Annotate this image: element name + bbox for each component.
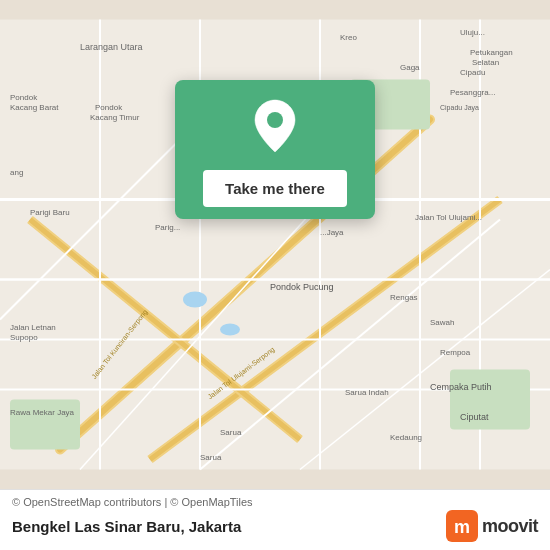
svg-text:Pondok: Pondok xyxy=(10,93,38,102)
svg-text:Kacang Timur: Kacang Timur xyxy=(90,113,140,122)
svg-text:Jalan Tol Ulujami...: Jalan Tol Ulujami... xyxy=(415,213,482,222)
svg-text:Sarua Indah: Sarua Indah xyxy=(345,388,389,397)
svg-text:Supopo: Supopo xyxy=(10,333,38,342)
svg-text:Parigi Baru: Parigi Baru xyxy=(30,208,70,217)
svg-text:Kreo: Kreo xyxy=(340,33,357,42)
svg-text:ang: ang xyxy=(10,168,23,177)
svg-point-58 xyxy=(267,112,283,128)
moovit-icon: m xyxy=(446,510,478,542)
app-container: Larangan Utara Kreo Uluju... Gaga Cipadu… xyxy=(0,0,550,550)
svg-text:Pondok: Pondok xyxy=(95,103,123,112)
svg-text:Selatan: Selatan xyxy=(472,58,499,67)
svg-point-20 xyxy=(183,292,207,308)
svg-text:Petukangan: Petukangan xyxy=(470,48,513,57)
svg-text:...Jaya: ...Jaya xyxy=(320,228,344,237)
svg-text:Cipadu: Cipadu xyxy=(460,68,485,77)
map-background: Larangan Utara Kreo Uluju... Gaga Cipadu… xyxy=(0,0,550,489)
moovit-logo: m moovit xyxy=(446,510,538,542)
svg-text:Uluju...: Uluju... xyxy=(460,28,485,37)
svg-text:Kacang Barat: Kacang Barat xyxy=(10,103,59,112)
svg-text:Sarua: Sarua xyxy=(220,428,242,437)
svg-text:Rempoa: Rempoa xyxy=(440,348,471,357)
svg-text:Cipadu Jaya: Cipadu Jaya xyxy=(440,104,479,112)
svg-text:Pesanggra...: Pesanggra... xyxy=(450,88,495,97)
location-card: Take me there xyxy=(175,80,375,219)
attribution-text: © OpenStreetMap contributors | © OpenMap… xyxy=(12,496,253,508)
bottom-bar: © OpenStreetMap contributors | © OpenMap… xyxy=(0,489,550,550)
attribution-row: © OpenStreetMap contributors | © OpenMap… xyxy=(12,490,538,510)
svg-text:Rengas: Rengas xyxy=(390,293,418,302)
svg-text:Pondok Pucung: Pondok Pucung xyxy=(270,282,334,292)
svg-text:Jalan Letnan: Jalan Letnan xyxy=(10,323,56,332)
take-me-there-button[interactable]: Take me there xyxy=(203,170,347,207)
moovit-text: moovit xyxy=(482,516,538,537)
location-row: Bengkel Las Sinar Baru, Jakarta m moovit xyxy=(12,510,538,550)
svg-point-21 xyxy=(220,324,240,336)
svg-text:Sarua: Sarua xyxy=(200,453,222,462)
svg-text:Gaga: Gaga xyxy=(400,63,420,72)
location-name: Bengkel Las Sinar Baru, Jakarta xyxy=(12,518,241,535)
svg-text:Kedaung: Kedaung xyxy=(390,433,422,442)
svg-text:Larangan Utara: Larangan Utara xyxy=(80,42,143,52)
svg-text:Cempaka Putih: Cempaka Putih xyxy=(430,382,492,392)
map-container[interactable]: Larangan Utara Kreo Uluju... Gaga Cipadu… xyxy=(0,0,550,489)
svg-text:Parig...: Parig... xyxy=(155,223,180,232)
svg-text:m: m xyxy=(454,517,470,537)
svg-text:Ciputat: Ciputat xyxy=(460,412,489,422)
svg-text:Sawah: Sawah xyxy=(430,318,454,327)
svg-text:Rawa Mekar Jaya: Rawa Mekar Jaya xyxy=(10,408,75,417)
location-pin-icon xyxy=(251,98,299,158)
